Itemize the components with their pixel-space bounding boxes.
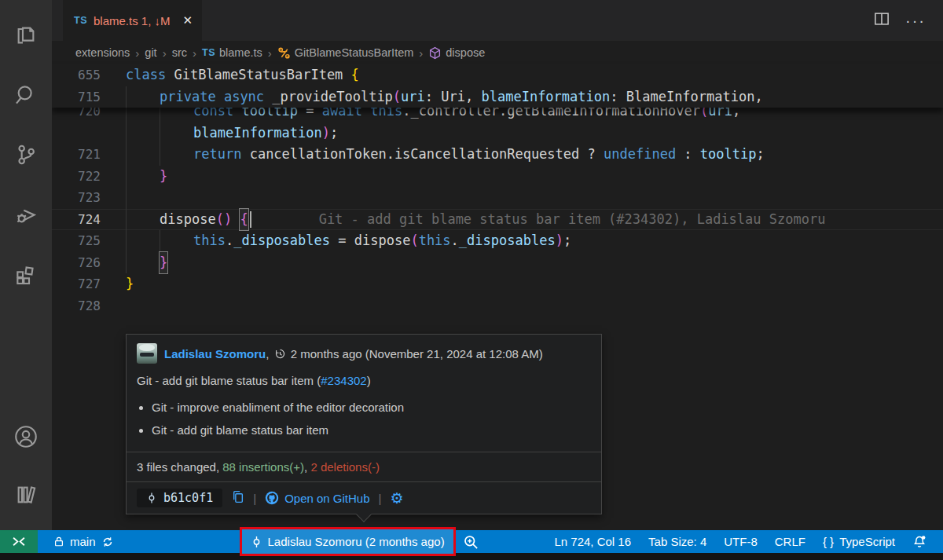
code-token: ._controller.getBlameInformationHover	[402, 108, 700, 123]
indent-guide	[126, 166, 160, 188]
footer-divider: |	[253, 492, 256, 505]
language-mode[interactable]: { } TypeScript	[814, 530, 904, 553]
indent-guide	[126, 209, 160, 231]
code-token: cancellationToken.isCancellationRequeste…	[241, 144, 604, 166]
breadcrumb-label: src	[172, 46, 187, 59]
git-blame-status-item[interactable]: Ladislau Szomoru (2 months ago)	[240, 527, 456, 556]
indent-guide	[126, 108, 160, 123]
sticky-scroll[interactable]: 655class GitBlameStatusBarItem {715priva…	[52, 64, 943, 108]
code-line-727[interactable]: 727}	[52, 273, 943, 295]
breadcrumb-label: blame.ts	[219, 46, 262, 59]
remote-icon	[12, 535, 26, 548]
code-line-721[interactable]: 721return cancellationToken.isCancellati…	[52, 144, 943, 166]
line-content: return cancellationToken.isCancellationR…	[126, 144, 765, 166]
code-token: blameInformation	[481, 86, 610, 108]
code-token	[362, 108, 370, 123]
sync-icon	[101, 536, 114, 548]
notifications-bell-icon[interactable]	[904, 530, 935, 553]
accounts-icon[interactable]	[0, 412, 52, 461]
line-content: }	[126, 166, 167, 188]
branch-indicator[interactable]: main	[46, 530, 122, 553]
code-token: ()	[216, 209, 232, 231]
breadcrumb: extensions›git›src›TSblame.ts›GitBlameSt…	[52, 41, 943, 64]
copy-icon[interactable]	[231, 490, 244, 506]
code-line-728[interactable]: 728	[52, 295, 943, 317]
breadcrumb-item-dispose[interactable]: dispose	[428, 46, 485, 60]
gear-icon[interactable]: ⚙	[390, 491, 403, 506]
tab-bar: TS blame.ts 1, ↓M ✕ ···	[52, 0, 943, 41]
cursor-position[interactable]: Ln 724, Col 16	[545, 530, 640, 553]
split-editor-icon[interactable]	[874, 11, 890, 30]
code-token: ,	[732, 108, 740, 123]
library-icon[interactable]	[0, 470, 52, 519]
tab-size[interactable]: Tab Size: 4	[640, 530, 715, 553]
encoding[interactable]: UTF-8	[715, 530, 766, 553]
code-token: (	[700, 108, 708, 123]
code-token: ;	[330, 123, 338, 145]
breadcrumb-item-src[interactable]: src	[172, 46, 187, 59]
indent-guide	[126, 187, 160, 209]
code-token: async	[224, 86, 264, 108]
remote-indicator[interactable]	[0, 530, 38, 553]
line-number	[52, 123, 101, 145]
eol-selector[interactable]: CRLF	[766, 530, 814, 553]
indent-guide	[126, 123, 160, 145]
source-control-icon[interactable]	[0, 130, 52, 179]
breadcrumb-item-extensions[interactable]: extensions	[75, 46, 130, 59]
method-symbol-icon	[428, 46, 442, 60]
search-icon[interactable]	[0, 71, 52, 119]
code-line-725[interactable]: 725this._disposables = dispose(this._dis…	[52, 230, 943, 252]
breadcrumb-item-git[interactable]: git	[145, 46, 156, 59]
extensions-icon[interactable]	[0, 250, 52, 298]
line-number: 726	[52, 252, 101, 274]
github-icon	[265, 491, 279, 505]
pr-link[interactable]: #234302	[321, 374, 366, 387]
explorer-icon[interactable]	[0, 11, 52, 60]
code-token: _disposables	[459, 230, 556, 252]
zoom-icon[interactable]	[456, 530, 486, 553]
git-commit-icon	[251, 535, 262, 549]
code-line-722[interactable]: 722}	[52, 166, 943, 188]
files-changed: 3 files changed,	[137, 460, 222, 474]
line-content	[126, 187, 160, 209]
code-token: }	[160, 166, 167, 188]
code-line-655[interactable]: 655class GitBlameStatusBarItem {	[52, 64, 943, 86]
code-token: :	[676, 144, 700, 166]
breadcrumb-label: GitBlameStatusBarItem	[295, 46, 414, 59]
breadcrumb-item-blame.ts[interactable]: TSblame.ts	[202, 46, 262, 59]
code-token	[216, 86, 224, 108]
encoding-label: UTF-8	[724, 535, 758, 548]
breadcrumb-item-gitblamestatusbaritem[interactable]: GitBlameStatusBarItem	[277, 46, 414, 60]
tab-blame-ts[interactable]: TS blame.ts 1, ↓M ✕	[63, 0, 202, 41]
code-token: {	[351, 64, 359, 86]
code-line-724[interactable]: 724dispose() {Git - add git blame status…	[52, 209, 943, 231]
code-line-720[interactable]: 720const tooltip = await this._controlle…	[52, 108, 943, 123]
tab-label: blame.ts 1, ↓M	[94, 14, 171, 27]
code-line-726[interactable]: 726}	[52, 252, 943, 274]
code-token: ;	[563, 230, 571, 252]
code-token: {	[240, 209, 248, 231]
code-token: )	[556, 230, 563, 252]
run-debug-icon[interactable]	[0, 190, 52, 239]
code-token: }	[160, 252, 167, 274]
open-on-github-link[interactable]: Open on GitHub	[265, 491, 369, 505]
code-line-715[interactable]: 715private async _provideTooltip(uri: Ur…	[52, 86, 943, 108]
blame-status-label: Ladislau Szomoru (2 months ago)	[268, 535, 445, 548]
line-content: const tooltip = await this._controller.g…	[126, 108, 740, 123]
code-line-wrap[interactable]: blameInformation);	[52, 123, 943, 145]
tab-close-icon[interactable]: ✕	[183, 13, 193, 27]
author-link[interactable]: Ladislau Szomoru	[164, 347, 266, 361]
code-token	[233, 108, 241, 123]
line-content: }	[126, 252, 167, 274]
code-line-723[interactable]: 723	[52, 187, 943, 209]
eol-label: CRLF	[775, 535, 805, 548]
inline-blame-annotation[interactable]: Git - add git blame status bar item (#23…	[319, 209, 826, 231]
code-token: .	[451, 230, 459, 252]
commit-hash-button[interactable]: b61c0f1	[137, 489, 222, 507]
lock-icon	[53, 536, 64, 547]
code-token: private	[160, 86, 216, 108]
more-actions-icon[interactable]: ···	[905, 12, 926, 30]
code-token: .	[226, 230, 233, 252]
commit-body-list: Git - improve enabliment of the editor d…	[127, 396, 601, 441]
code-token	[232, 209, 240, 231]
